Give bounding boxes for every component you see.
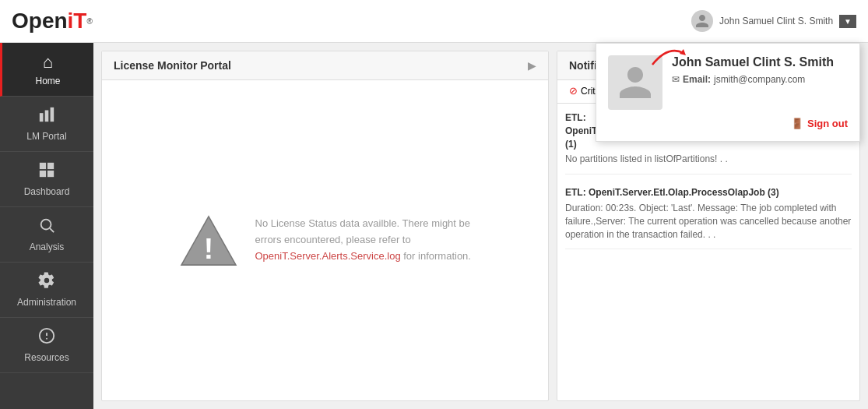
critical-icon: ⊘: [569, 85, 578, 97]
warning-triangle-icon: !: [177, 213, 240, 268]
license-panel-body: ! No License Status data availble. There…: [102, 80, 548, 400]
svg-point-7: [41, 220, 51, 230]
svg-rect-5: [40, 171, 46, 177]
license-panel-header: License Monitor Portal ▶: [102, 51, 548, 80]
popup-inner: John Samuel Clint S. Smith ✉ Email: jsmi…: [608, 55, 848, 110]
analysis-icon: [38, 217, 55, 238]
popup-email: ✉ Email: jsmith@company.com: [672, 74, 848, 85]
popup-avatar: [608, 55, 662, 110]
avatar: [691, 10, 713, 32]
svg-rect-0: [40, 113, 44, 122]
signout-icon: 🚪: [791, 118, 803, 129]
sidebar-item-label-home: Home: [35, 76, 60, 86]
header-right: John Samuel Clint S. Smith ▼: [691, 10, 856, 32]
home-icon: ⌂: [43, 52, 53, 72]
signout-button[interactable]: 🚪 Sign out: [791, 118, 848, 129]
logo: OpeniT®: [12, 9, 93, 33]
user-popup: John Samuel Clint S. Smith ✉ Email: jsmi…: [596, 43, 860, 142]
notifications-body: ETL: OpeniT.Server.Etl.Olap.MeasureGroup…: [557, 104, 859, 400]
warning-link-text: OpeniT.Server.Alerts.Service.log: [255, 250, 401, 262]
user-icon: [694, 13, 710, 29]
notif-item-title-2: ETL: OpeniT.Server.Etl.Olap.ProcessOlapJ…: [565, 186, 852, 199]
license-warning-text: No License Status data availble. There m…: [255, 216, 473, 264]
svg-point-11: [46, 338, 47, 340]
dashboard-icon: [38, 161, 55, 183]
popup-user-icon: [616, 63, 655, 102]
license-panel-arrow: ▶: [528, 59, 536, 72]
svg-rect-4: [47, 163, 54, 169]
svg-rect-6: [47, 171, 54, 177]
logo-it: iT: [68, 9, 87, 33]
sidebar-item-label-administration: Administration: [17, 297, 76, 308]
sidebar-item-label-lm-portal: LM Portal: [26, 131, 66, 142]
email-label: Email:: [683, 74, 711, 85]
lm-portal-icon: [38, 106, 55, 128]
popup-signout-area: 🚪 Sign out: [608, 118, 848, 129]
sidebar-item-analysis[interactable]: Analysis: [0, 207, 93, 263]
notif-item-desc-2: Duration: 00:23s. Object: 'Last'. Messag…: [565, 202, 852, 241]
warning-end-text: for information.: [401, 250, 471, 262]
sidebar-item-label-analysis: Analysis: [30, 242, 65, 252]
svg-rect-1: [45, 111, 49, 122]
sidebar-item-resources[interactable]: Resources: [0, 318, 93, 373]
notif-item-desc-1: No partitions listed in listOfPartitions…: [565, 153, 852, 166]
sidebar-item-dashboard[interactable]: Dashboard: [0, 152, 93, 207]
sidebar-item-administration[interactable]: Administration: [0, 263, 93, 318]
logo-open: Open: [12, 9, 68, 33]
sidebar: ⌂ Home LM Portal Dashboard Analysis Ad: [0, 43, 93, 409]
logo-reg: ®: [86, 17, 92, 26]
email-value: jsmith@company.com: [714, 74, 805, 85]
warning-normal-text: No License Status data availble. There m…: [255, 217, 471, 245]
sidebar-item-label-resources: Resources: [24, 352, 69, 363]
svg-text:!: !: [203, 232, 213, 265]
header: OpeniT® John Samuel Clint S. Smith ▼: [0, 0, 868, 43]
license-panel: License Monitor Portal ▶ ! No License St…: [101, 51, 549, 401]
administration-icon: [38, 272, 55, 294]
popup-info: John Samuel Clint S. Smith ✉ Email: jsmi…: [672, 55, 848, 85]
sidebar-item-lm-portal[interactable]: LM Portal: [0, 97, 93, 152]
sidebar-item-label-dashboard: Dashboard: [24, 186, 70, 197]
svg-rect-3: [40, 163, 46, 169]
list-item: ETL: OpeniT.Server.Etl.Olap.ProcessOlapJ…: [565, 186, 852, 249]
license-panel-title: License Monitor Portal: [114, 59, 231, 72]
signout-label: Sign out: [807, 118, 848, 129]
svg-line-8: [50, 228, 54, 232]
user-dropdown-button[interactable]: ▼: [839, 15, 856, 28]
svg-rect-2: [51, 108, 54, 122]
header-username: John Samuel Clint S. Smith: [719, 16, 833, 26]
sidebar-item-home[interactable]: ⌂ Home: [0, 43, 93, 97]
email-icon: ✉: [672, 74, 680, 85]
resources-icon: [38, 327, 55, 349]
curved-arrow-icon: [648, 41, 687, 69]
popup-username: John Samuel Clint S. Smith: [672, 55, 848, 69]
